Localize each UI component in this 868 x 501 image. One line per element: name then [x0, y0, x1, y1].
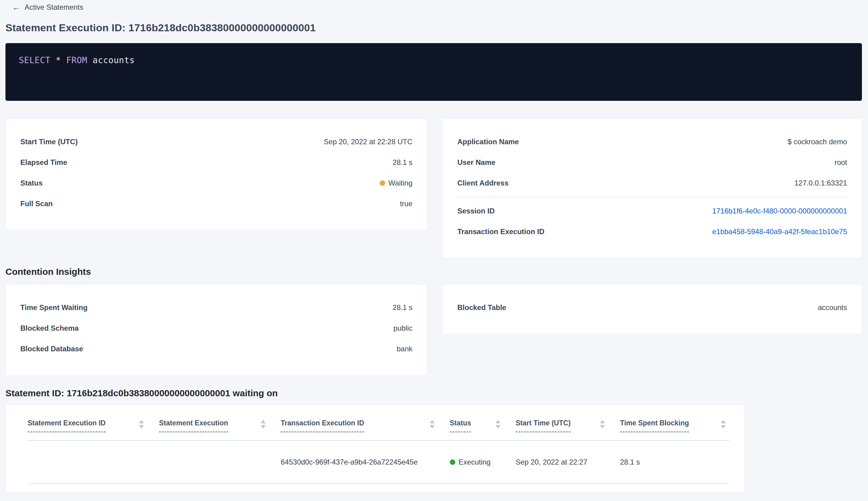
sql-statement-text: SELECT * FROM accounts — [19, 55, 849, 65]
column-header-statement-execution[interactable]: Statement Execution — [159, 418, 281, 440]
sql-keyword-select: SELECT — [19, 55, 50, 65]
cell-statement-execution-id — [28, 441, 159, 483]
blocked-schema-label: Blocked Schema — [20, 324, 79, 332]
waiting-table-header-row: Statement Execution ID Statement Executi… — [28, 405, 729, 441]
transaction-execution-id-link[interactable]: e1bba458-5948-40a9-a42f-5feac1b10e75 — [712, 227, 847, 236]
status-label: Status — [20, 179, 43, 187]
column-header-statement-execution-id-label: Statement Execution ID — [28, 418, 106, 433]
waiting-on-heading: Statement ID: 1716b218dc0b38380000000000… — [6, 388, 862, 398]
blocked-schema-row: Blocked Schema public — [20, 318, 412, 339]
blocked-table-card: Blocked Table accounts — [443, 284, 862, 334]
cell-start-time: Sep 20, 2022 at 22:27 — [516, 441, 620, 483]
back-link-label: Active Statements — [24, 3, 83, 12]
user-name-value: root — [835, 158, 847, 167]
transaction-execution-id-row: Transaction Execution ID e1bba458-5948-4… — [457, 221, 847, 242]
blocked-table-row: Blocked Table accounts — [457, 297, 847, 318]
sql-table-name: accounts — [93, 55, 135, 65]
cell-status: Executing — [450, 441, 516, 483]
column-header-time-spent-blocking[interactable]: Time Spent Blocking — [620, 418, 729, 440]
back-arrow-icon — [12, 3, 20, 12]
sql-statement-box: SELECT * FROM accounts — [6, 43, 862, 101]
contention-insights-heading: Contention Insights — [6, 267, 862, 277]
overview-cards-row: Start Time (UTC) Sep 20, 2022 at 22:28 U… — [6, 118, 862, 258]
session-card: Application Name $ cockroach demo User N… — [443, 118, 862, 258]
statement-execution-page: Active Statements Statement Execution ID… — [0, 0, 868, 493]
client-address-row: Client Address 127.0.0.1:63321 — [457, 173, 847, 193]
sort-icon[interactable] — [430, 420, 435, 428]
start-time-value: Sep 20, 2022 at 22:28 UTC — [324, 138, 412, 146]
sort-icon[interactable] — [600, 420, 605, 428]
contention-cards-row: Time Spent Waiting 28.1 s Blocked Schema… — [6, 284, 862, 375]
column-header-start-time-label: Start Time (UTC) — [516, 418, 571, 433]
status-row: Status Waiting — [20, 173, 412, 193]
elapsed-time-value: 28.1 s — [393, 158, 412, 167]
time-spent-waiting-row: Time Spent Waiting 28.1 s — [20, 297, 412, 318]
sort-icon[interactable] — [261, 420, 265, 428]
full-scan-row: Full Scan true — [20, 193, 412, 214]
cell-time-spent-blocking: 28.1 s — [620, 441, 729, 483]
transaction-execution-id-label: Transaction Execution ID — [457, 227, 544, 236]
blocked-schema-value: public — [393, 324, 412, 332]
overview-card: Start Time (UTC) Sep 20, 2022 at 22:28 U… — [6, 118, 427, 230]
blocked-table-value: accounts — [818, 303, 847, 312]
cell-statement-execution — [159, 441, 281, 483]
elapsed-time-label: Elapsed Time — [20, 158, 67, 167]
start-time-row: Start Time (UTC) Sep 20, 2022 at 22:28 U… — [20, 131, 412, 152]
waiting-status-dot-icon — [380, 180, 385, 186]
contention-card: Time Spent Waiting 28.1 s Blocked Schema… — [6, 284, 427, 375]
session-card-divider — [457, 197, 847, 198]
column-header-transaction-execution-id[interactable]: Transaction Execution ID — [281, 418, 450, 440]
time-spent-waiting-label: Time Spent Waiting — [20, 303, 87, 312]
elapsed-time-row: Elapsed Time 28.1 s — [20, 152, 412, 173]
status-value: Waiting — [380, 179, 412, 187]
executing-status-dot-icon — [450, 459, 455, 465]
user-name-label: User Name — [457, 158, 495, 167]
sql-star: * — [56, 55, 61, 65]
back-to-active-statements-link[interactable]: Active Statements — [12, 2, 862, 13]
full-scan-label: Full Scan — [20, 200, 53, 208]
session-id-label: Session ID — [457, 207, 495, 215]
sql-keyword-from: FROM — [66, 55, 87, 65]
application-name-row: Application Name $ cockroach demo — [457, 131, 847, 152]
column-header-status-label: Status — [450, 418, 471, 433]
start-time-label: Start Time (UTC) — [20, 138, 78, 146]
status-value-text: Waiting — [389, 179, 412, 187]
page-title: Statement Execution ID: 1716b218dc0b3838… — [6, 22, 862, 33]
sort-icon[interactable] — [139, 420, 144, 428]
application-name-label: Application Name — [457, 138, 519, 146]
column-header-start-time[interactable]: Start Time (UTC) — [516, 418, 620, 440]
blocked-table-label: Blocked Table — [457, 303, 506, 312]
session-id-link[interactable]: 1716b1f6-4e0c-f480-0000-000000000001 — [712, 207, 847, 215]
blocked-database-row: Blocked Database bank — [20, 339, 412, 359]
column-header-time-spent-blocking-label: Time Spent Blocking — [620, 418, 689, 433]
user-name-row: User Name root — [457, 152, 847, 173]
sort-icon[interactable] — [721, 420, 726, 428]
table-row: 64530d0c-969f-437e-a9b4-26a72245e45e Exe… — [28, 441, 729, 484]
column-header-statement-execution-id[interactable]: Statement Execution ID — [28, 418, 159, 440]
waiting-on-table: Statement Execution ID Statement Executi… — [6, 404, 744, 493]
client-address-label: Client Address — [457, 179, 508, 187]
column-header-statement-execution-label: Statement Execution — [159, 418, 228, 433]
full-scan-value: true — [400, 200, 412, 208]
cell-transaction-execution-id: 64530d0c-969f-437e-a9b4-26a72245e45e — [281, 441, 450, 483]
cell-status-text: Executing — [458, 458, 490, 466]
column-header-status[interactable]: Status — [450, 418, 516, 440]
time-spent-waiting-value: 28.1 s — [393, 303, 412, 312]
blocked-database-label: Blocked Database — [20, 345, 83, 353]
blocked-database-value: bank — [397, 345, 412, 353]
column-header-transaction-execution-id-label: Transaction Execution ID — [281, 418, 364, 433]
sort-icon[interactable] — [496, 420, 500, 428]
client-address-value: 127.0.0.1:63321 — [794, 179, 847, 187]
application-name-value: $ cockroach demo — [788, 138, 847, 146]
session-id-row: Session ID 1716b1f6-4e0c-f480-0000-00000… — [457, 201, 847, 221]
